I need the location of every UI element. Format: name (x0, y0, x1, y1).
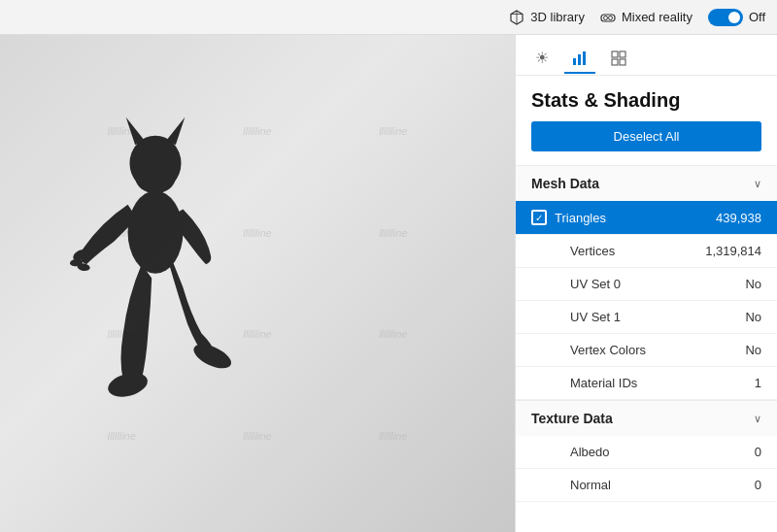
deselect-all-button[interactable]: Deselect All (531, 121, 761, 151)
mixed-reality-button[interactable]: Mixed reality (600, 10, 693, 25)
right-panel: ☀ Stats & Shading Deselect (515, 35, 777, 532)
svg-rect-16 (583, 51, 586, 65)
uv-set-0-label: UV Set 0 (531, 277, 621, 291)
grid-icon (611, 50, 626, 66)
svg-point-11 (106, 369, 151, 401)
watermark-text: lllllline (379, 430, 407, 442)
viewport: lllllline lllllline lllllline lllllline … (0, 35, 515, 532)
material-ids-label: Material IDs (531, 376, 637, 390)
svg-rect-14 (573, 58, 576, 65)
uv-set-1-label: UV Set 1 (531, 310, 621, 324)
toggle-group: Off (708, 9, 765, 26)
tab-sun[interactable]: ☀ (527, 43, 557, 75)
vertex-colors-value: No (745, 343, 761, 357)
texture-data-label: Texture Data (531, 411, 613, 426)
chevron-down-icon: ∨ (754, 178, 761, 190)
texture-chevron-down-icon: ∨ (754, 413, 761, 425)
top-bar: 3D library Mixed reality Off (0, 0, 777, 35)
mesh-data-section-header[interactable]: Mesh Data ∨ (516, 165, 777, 201)
uv-set-0-row: UV Set 0 No (516, 268, 777, 301)
svg-marker-4 (126, 117, 145, 145)
triangles-label: Triangles (531, 210, 606, 225)
svg-rect-15 (578, 54, 581, 65)
albedo-label: Albedo (531, 445, 609, 459)
svg-rect-19 (612, 59, 618, 65)
panel-tabs: ☀ (516, 35, 777, 76)
svg-point-1 (603, 16, 607, 19)
uv-set-0-value: No (745, 277, 761, 291)
albedo-row: Albedo 0 (516, 436, 777, 469)
texture-data-section-header[interactable]: Texture Data ∨ (516, 400, 777, 436)
triangles-checkbox[interactable] (531, 210, 547, 225)
vr-icon (600, 10, 616, 25)
normal-row: Normal 0 (516, 469, 777, 502)
triangles-value: 439,938 (716, 211, 761, 225)
vertex-colors-row: Vertex Colors No (516, 334, 777, 367)
uv-set-1-row: UV Set 1 No (516, 301, 777, 334)
stats-icon (572, 50, 588, 66)
panel-title: Stats & Shading (516, 76, 777, 121)
svg-point-2 (608, 16, 612, 19)
albedo-value: 0 (755, 445, 761, 459)
cube-icon (509, 10, 524, 25)
vertex-colors-label: Vertex Colors (531, 343, 646, 357)
svg-point-7 (128, 191, 184, 274)
uv-set-1-value: No (745, 310, 761, 324)
svg-point-6 (135, 160, 176, 193)
watermark-text: lllllline (379, 328, 407, 340)
material-ids-row: Material IDs 1 (516, 367, 777, 400)
vertices-label: Vertices (531, 244, 615, 258)
svg-point-12 (190, 340, 235, 374)
svg-rect-20 (620, 59, 625, 65)
off-label: Off (749, 10, 765, 24)
main-area: lllllline lllllline lllllline lllllline … (0, 35, 777, 532)
svg-rect-18 (620, 51, 625, 57)
tab-grid[interactable] (603, 45, 634, 74)
svg-marker-5 (166, 117, 185, 145)
mixed-reality-label: Mixed reality (622, 10, 693, 24)
tab-stats[interactable] (564, 45, 595, 74)
material-ids-value: 1 (755, 376, 761, 390)
library-button[interactable]: 3D library (509, 10, 585, 25)
triangles-row[interactable]: Triangles 439,938 (516, 201, 777, 235)
watermark-text: lllllline (379, 227, 407, 239)
watermark-text: lllllline (379, 125, 407, 137)
svg-rect-17 (612, 51, 618, 57)
sun-icon: ☀ (535, 49, 549, 67)
toggle-switch[interactable] (708, 9, 743, 26)
normal-value: 0 (755, 478, 761, 492)
vertices-row: Vertices 1,319,814 (516, 235, 777, 268)
vertices-value: 1,319,814 (705, 244, 761, 258)
library-label: 3D library (530, 10, 585, 24)
normal-label: Normal (531, 478, 611, 492)
character-silhouette (58, 113, 253, 462)
mesh-data-label: Mesh Data (531, 176, 599, 191)
